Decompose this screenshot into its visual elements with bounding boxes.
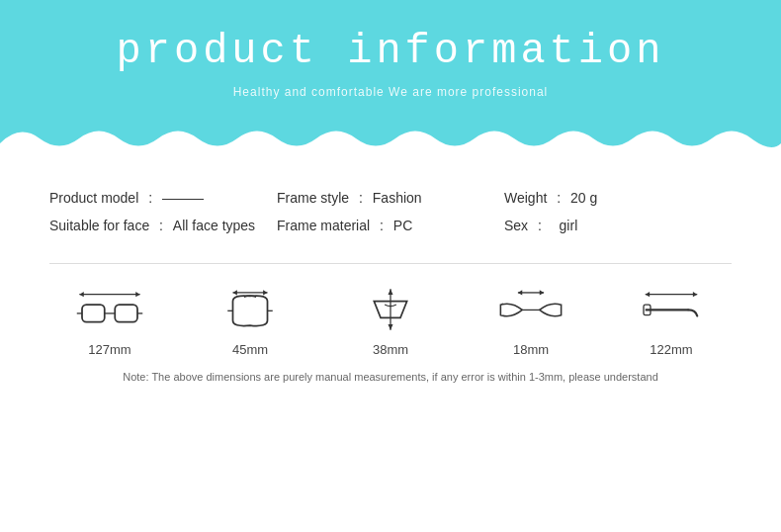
spec-row-1: Product model : ——— Frame style : Fashio… <box>49 190 732 206</box>
icon-temple-length <box>632 282 711 336</box>
svg-marker-22 <box>693 292 697 297</box>
value-127mm: 127mm <box>88 342 130 357</box>
label-sex: Sex <box>504 218 528 233</box>
header-section: product information Healthy and comforta… <box>0 0 781 168</box>
label-frame-material: Frame material <box>277 218 370 233</box>
wave-divider <box>0 124 781 168</box>
label-product-model: Product model <box>49 190 138 206</box>
spec-weight: Weight : 20 g <box>504 190 732 206</box>
svg-marker-21 <box>646 292 650 297</box>
svg-marker-9 <box>233 290 237 295</box>
spec-frame-material: Frame material : PC <box>277 218 504 233</box>
svg-marker-18 <box>540 290 544 295</box>
value-frame-style: Fashion <box>373 190 422 206</box>
svg-marker-10 <box>263 290 267 295</box>
spec-row-2: Suitable for face : All face types Frame… <box>49 218 732 233</box>
svg-marker-14 <box>389 289 393 295</box>
note-text: Note: The above dimensions are purely ma… <box>123 371 658 383</box>
measurement-temple-length: 122mm <box>632 282 711 357</box>
icon-bridge-width <box>491 282 570 336</box>
measurement-bridge-width: 18mm <box>491 282 570 357</box>
spec-sex: Sex : girl <box>504 218 732 233</box>
icon-lens-width <box>70 282 149 336</box>
label-weight: Weight <box>504 190 547 206</box>
value-weight: 20 g <box>570 190 597 206</box>
icon-lens-height <box>211 282 290 336</box>
value-45mm: 45mm <box>232 342 268 357</box>
svg-marker-17 <box>518 290 522 295</box>
measurement-bridge-height: 38mm <box>351 282 430 357</box>
svg-marker-2 <box>135 292 139 297</box>
measurement-lens-width: 127mm <box>70 282 149 357</box>
section-divider <box>49 263 732 264</box>
value-122mm: 122mm <box>650 342 692 357</box>
value-18mm: 18mm <box>513 342 549 357</box>
spec-frame-style: Frame style : Fashion <box>277 190 504 206</box>
svg-rect-4 <box>115 305 137 322</box>
value-sex: girl <box>560 218 578 233</box>
value-face-type: All face types <box>173 218 255 233</box>
value-frame-material: PC <box>393 218 412 233</box>
svg-marker-15 <box>389 324 393 330</box>
value-38mm: 38mm <box>373 342 408 357</box>
icon-bridge-height <box>351 282 430 336</box>
spec-face-type: Suitable for face : All face types <box>49 218 277 233</box>
spec-product-model: Product model : ——— <box>49 190 277 206</box>
info-section: Product model : ——— Frame style : Fashio… <box>0 168 781 255</box>
measurement-lens-height: 45mm <box>211 282 290 357</box>
svg-marker-1 <box>79 292 83 297</box>
page-wrapper: product information Healthy and comforta… <box>0 0 781 532</box>
label-frame-style: Frame style <box>277 190 349 206</box>
label-face-type: Suitable for face <box>49 218 149 233</box>
value-product-model: ——— <box>162 190 204 206</box>
measurements-section: 127mm 45mm <box>0 282 781 357</box>
page-subtitle: Healthy and comfortable We are more prof… <box>0 85 781 99</box>
svg-rect-3 <box>82 305 105 322</box>
page-title: product information <box>0 0 781 75</box>
note-section: Note: The above dimensions are purely ma… <box>0 357 781 383</box>
